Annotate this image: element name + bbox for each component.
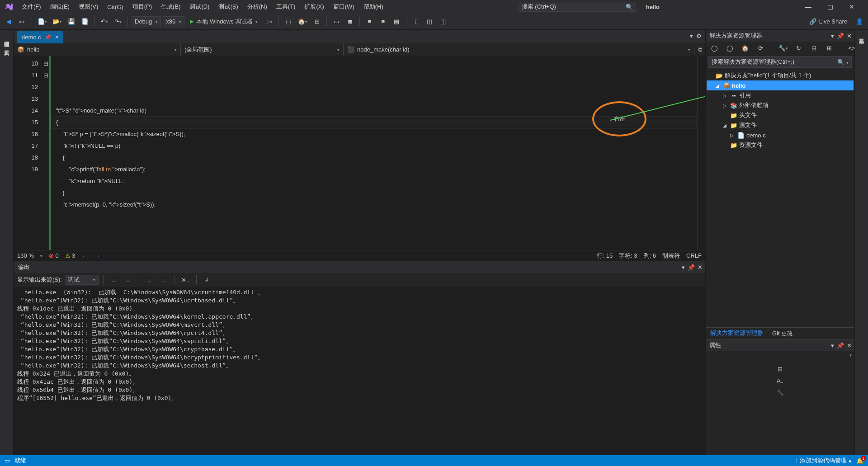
live-share-button[interactable]: 🔗 Live Share: [805, 18, 852, 25]
tree-file-demo[interactable]: ▷📄demo.c: [707, 130, 854, 140]
se-fwd-icon[interactable]: ◯: [724, 42, 736, 54]
tb-icon-7[interactable]: ≡: [377, 16, 389, 28]
tb-icon-8[interactable]: ▤: [391, 16, 402, 28]
pin-icon[interactable]: 📌: [45, 34, 51, 40]
error-count[interactable]: ⊘ 0: [49, 252, 59, 259]
tb-icon-2[interactable]: 🏠▾: [296, 16, 309, 28]
solution-explorer-search[interactable]: 搜索解决方案资源管理器(Ctrl+;) 🔍 ▾: [708, 56, 852, 68]
se-back-icon[interactable]: ◯: [708, 42, 720, 54]
solution-tree[interactable]: 📂解决方案"hello"(1 个项目/共 1 个) ◢📦hello ▷▪▪引用 …: [706, 69, 854, 327]
minimap-scroll[interactable]: [697, 56, 705, 250]
warning-count[interactable]: ⚠ 3: [65, 252, 75, 259]
output-source-dropdown[interactable]: 调试▾: [65, 275, 99, 285]
menu-edit[interactable]: 编辑(E): [47, 1, 73, 13]
wrap-output-icon[interactable]: ↲: [201, 274, 213, 286]
save-button[interactable]: 💾: [66, 16, 77, 28]
output-btn-2[interactable]: ≣: [123, 274, 134, 286]
undo-button[interactable]: ↶▾: [99, 16, 110, 28]
clear-output-icon[interactable]: ✕≡: [179, 274, 192, 286]
config-dropdown[interactable]: Debug▾: [132, 16, 161, 27]
se-tool-icon[interactable]: 🔧▾: [777, 42, 789, 54]
output-btn-1[interactable]: ≣: [108, 274, 120, 286]
tb-icon-5[interactable]: ≣: [344, 16, 356, 28]
tb-icon-4[interactable]: ▭: [330, 16, 342, 28]
tb-icon-10[interactable]: ◫: [424, 16, 435, 28]
menu-file[interactable]: 文件(F): [18, 1, 45, 13]
tb-icon-6[interactable]: ≡: [363, 16, 375, 28]
nav-back-button[interactable]: ◀: [3, 16, 14, 28]
tab-git-changes[interactable]: Git 更改: [768, 328, 797, 339]
fold-column[interactable]: ⊟⊟: [42, 56, 51, 250]
menu-analyze[interactable]: 分析(N): [244, 1, 271, 13]
tb-icon-9[interactable]: ▯: [410, 16, 422, 28]
se-close-icon[interactable]: ✕: [847, 33, 852, 39]
tab-dropdown-icon[interactable]: ▾ ⚙: [690, 33, 702, 39]
menu-project[interactable]: 项目(P): [129, 1, 156, 13]
open-button[interactable]: 📂▾: [51, 16, 64, 28]
next-issue-button[interactable]: →: [94, 252, 101, 259]
add-to-src-control[interactable]: ↑ 添加到源代码管理 ▴: [795, 457, 852, 465]
props-pin-icon[interactable]: 📌: [837, 342, 844, 349]
pin-panel-icon[interactable]: 📌: [688, 264, 695, 271]
line-ending[interactable]: CRLF: [686, 252, 702, 259]
props-az-icon[interactable]: A↓: [708, 375, 852, 386]
props-close-icon[interactable]: ✕: [847, 342, 852, 349]
zoom-level[interactable]: 130 %: [17, 252, 34, 259]
save-all-button[interactable]: 📑: [79, 16, 91, 28]
diagnostics-tab[interactable]: 诊断工具: [855, 30, 868, 39]
notifications-icon[interactable]: 🔔1: [856, 457, 863, 464]
props-dropdown-icon[interactable]: ▾: [831, 342, 834, 349]
nav-fwd-button[interactable]: ▸▾: [16, 16, 28, 28]
file-tab-demo[interactable]: demo.c 📌 ✕: [17, 31, 63, 43]
close-panel-icon[interactable]: ✕: [698, 264, 703, 271]
tab-mode[interactable]: 制表符: [662, 252, 680, 260]
se-showall-icon[interactable]: ⊞: [823, 42, 835, 54]
tree-resources[interactable]: 📁资源文件: [707, 140, 854, 150]
tab-solution-explorer[interactable]: 解决方案资源管理器: [706, 327, 768, 340]
toolbox-tab[interactable]: 工具箱: [0, 42, 13, 51]
account-button[interactable]: 👤: [854, 16, 865, 28]
minimize-button[interactable]: —: [799, 0, 817, 13]
menu-view[interactable]: 视图(V): [75, 1, 102, 13]
output-btn-4[interactable]: ≡: [158, 274, 170, 286]
maximize-button[interactable]: ▢: [821, 0, 839, 13]
split-icon[interactable]: ⧉: [694, 43, 705, 56]
tb-icon-11[interactable]: ◫: [437, 16, 449, 28]
tree-solution-root[interactable]: 📂解决方案"hello"(1 个项目/共 1 个): [707, 71, 854, 80]
menu-extensions[interactable]: 扩展(X): [301, 1, 327, 13]
menu-window[interactable]: 窗口(W): [330, 1, 358, 13]
menu-help[interactable]: 帮助(H): [360, 1, 387, 13]
se-dropdown-icon[interactable]: ▾: [831, 33, 834, 39]
props-wrench-icon[interactable]: 🔧: [708, 386, 852, 398]
output-text[interactable]: hello.exe (Win32): 已加载 C:\Windows\SysWOW…: [14, 287, 705, 455]
tree-headers[interactable]: 📁头文件: [707, 110, 854, 120]
code-editor[interactable]: 10111213141516171819 ⊟⊟ "t">S* "c">node_…: [14, 56, 705, 250]
se-sync-icon[interactable]: ⟳: [755, 42, 766, 54]
panel-dropdown-icon[interactable]: ▾: [682, 264, 685, 271]
menu-debug[interactable]: 调试(D): [186, 1, 213, 13]
tree-sources[interactable]: ◢📁源文件: [707, 120, 854, 130]
scope-project-dropdown[interactable]: 📦 hello▾: [14, 43, 181, 56]
start-debug-button[interactable]: ▶本地 Windows 调试器▾: [186, 16, 261, 28]
tree-project-hello[interactable]: ◢📦hello: [707, 80, 854, 90]
se-collapse-icon[interactable]: ⊟: [808, 42, 820, 54]
code-content[interactable]: "t">S* "c">node_make("k">char id){ "t">S…: [51, 56, 697, 250]
se-pin-icon[interactable]: 📌: [837, 33, 844, 39]
menu-git[interactable]: Git(G): [104, 2, 127, 12]
prev-issue-button[interactable]: ←: [82, 252, 88, 259]
props-cat-icon[interactable]: ⊞: [708, 363, 852, 375]
title-search[interactable]: 搜索 (Ctrl+Q) 🔍: [519, 2, 636, 12]
output-btn-3[interactable]: ≡: [144, 274, 156, 286]
close-tab-icon[interactable]: ✕: [55, 34, 59, 40]
tree-external-deps[interactable]: ▷📚外部依赖项: [707, 100, 854, 110]
se-home-icon[interactable]: 🏠: [739, 42, 751, 54]
scope-global-dropdown[interactable]: (全局范围)▾: [181, 43, 344, 56]
redo-button[interactable]: ↷▾: [112, 16, 124, 28]
se-refresh-icon[interactable]: ↻: [793, 42, 804, 54]
server-explorer-tab[interactable]: 服务器资源管理器: [0, 33, 13, 42]
menu-test[interactable]: 测试(S): [215, 1, 241, 13]
tb-icon-3[interactable]: ⊞: [311, 16, 323, 28]
platform-dropdown[interactable]: x86▾: [163, 16, 184, 27]
new-item-button[interactable]: 📄▾: [36, 16, 49, 28]
close-button[interactable]: ✕: [843, 0, 861, 13]
